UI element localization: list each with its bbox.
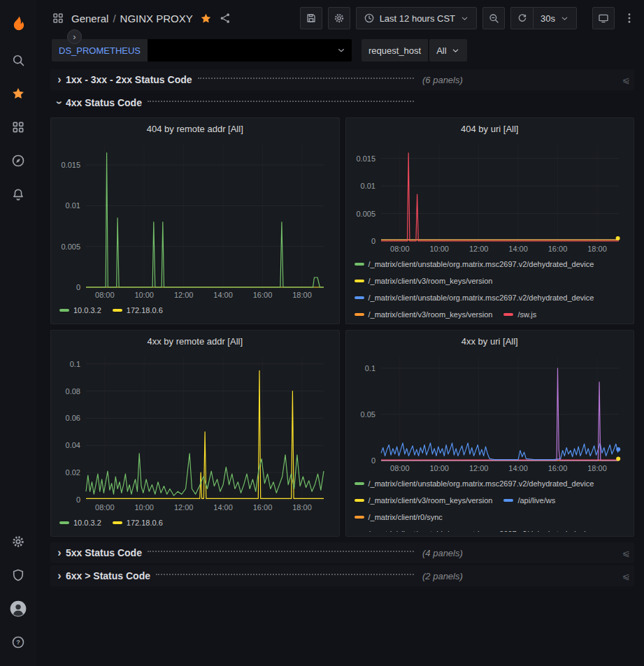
- panel-title[interactable]: 4xx by uri [All]: [352, 333, 629, 350]
- row-title[interactable]: 4xx Status Code: [66, 97, 142, 108]
- explore-compass-icon[interactable]: [3, 147, 34, 175]
- legend-item[interactable]: 172.18.0.6: [113, 515, 163, 530]
- star-icon[interactable]: [200, 13, 212, 24]
- svg-text:08:00: 08:00: [390, 245, 410, 253]
- svg-text:0.015: 0.015: [356, 154, 375, 163]
- legend-item[interactable]: /sw.js: [503, 307, 536, 319]
- profile-avatar[interactable]: [3, 595, 34, 623]
- datasource-variable-label[interactable]: DS_PROMETHEUS: [52, 39, 148, 61]
- time-series-chart[interactable]: 00.020.040.060.080.108:0010:0012:0014:00…: [57, 350, 334, 514]
- starred-dashboards-icon[interactable]: [3, 80, 34, 108]
- chevron-right-icon: ›: [53, 570, 66, 582]
- legend-item[interactable]: 10.0.3.2: [59, 303, 101, 318]
- legend-swatch: [113, 521, 122, 524]
- row-6xx[interactable]: › 6xx > Status Code (2 panels) ⩿: [50, 565, 634, 586]
- refresh-group: 30s: [510, 7, 577, 29]
- svg-text:0: 0: [76, 495, 80, 504]
- panel-title[interactable]: 404 by remote addr [All]: [57, 121, 334, 138]
- svg-text:0.1: 0.1: [70, 360, 80, 368]
- row-title[interactable]: 5xx Status Code: [66, 547, 142, 558]
- time-series-chart[interactable]: 00.0050.010.01508:0010:0012:0014:0016:00…: [57, 138, 334, 301]
- search-icon[interactable]: [3, 46, 34, 74]
- svg-text:18:00: 18:00: [587, 464, 607, 472]
- time-series-chart[interactable]: 00.050.108:0010:0012:0014:0016:0018:00: [352, 350, 629, 475]
- legend-swatch: [59, 309, 69, 312]
- dashboards-icon[interactable]: [3, 113, 34, 141]
- panel-legend: /_matrix/client/unstable/org.matrix.msc2…: [352, 475, 629, 532]
- legend-item[interactable]: /_matrix/client/unstable/org.matrix.msc2…: [355, 526, 594, 532]
- svg-text:14:00: 14:00: [213, 503, 233, 512]
- legend-swatch: [113, 309, 122, 312]
- legend-item[interactable]: /_matrix/client/r0/sync: [355, 509, 443, 525]
- row-1xx-3xx-2xx[interactable]: › 1xx - 3xx - 2xx Status Code (6 panels)…: [50, 69, 634, 90]
- gear-icon: [334, 13, 345, 24]
- time-series-chart[interactable]: 00.0050.010.01508:0010:0012:0014:0016:00…: [352, 138, 629, 255]
- row-5xx[interactable]: › 5xx Status Code (4 panels) ⩿: [50, 542, 634, 563]
- refresh-button[interactable]: [510, 7, 533, 29]
- dashboard-title[interactable]: NGINX PROXY: [120, 13, 193, 24]
- dashboard-settings-button[interactable]: [328, 7, 350, 29]
- legend-swatch: [503, 313, 513, 316]
- save-dashboard-button[interactable]: [300, 7, 322, 29]
- configuration-gear-icon[interactable]: [3, 528, 34, 556]
- legend-item[interactable]: /_matrix/client/unstable/org.matrix.msc2…: [355, 256, 594, 272]
- legend-swatch: [355, 313, 364, 316]
- chevron-down-icon: [460, 14, 469, 23]
- kebab-menu-icon[interactable]: [623, 12, 636, 24]
- legend-item[interactable]: /_matrix/client/v3/room_keys/version: [355, 273, 493, 289]
- breadcrumb-folder[interactable]: General: [71, 13, 108, 24]
- breadcrumb: General / NGINX PROXY: [71, 13, 193, 24]
- panel-legend: 10.0.3.2172.18.0.6: [57, 301, 334, 319]
- legend-swatch: [355, 499, 364, 502]
- refresh-interval-dropdown[interactable]: 30s: [533, 7, 577, 29]
- server-admin-shield-icon[interactable]: [3, 561, 34, 589]
- grafana-logo-icon[interactable]: [3, 8, 34, 36]
- legend-item[interactable]: /api/live/ws: [503, 493, 555, 508]
- row-4xx[interactable]: › 4xx Status Code: [50, 92, 634, 113]
- row-panel-count: (6 panels): [422, 75, 463, 85]
- panel-4xx-by-remote-addr: 4xx by remote addr [All] 00.020.040.060.…: [50, 330, 340, 537]
- legend-item[interactable]: 172.18.0.6: [113, 303, 163, 318]
- row-title[interactable]: 6xx > Status Code: [66, 570, 150, 581]
- svg-text:18:00: 18:00: [292, 503, 312, 512]
- dotted-leader: [148, 101, 414, 102]
- help-icon[interactable]: ?: [3, 628, 34, 656]
- svg-text:0: 0: [371, 456, 375, 465]
- legend-item[interactable]: /_matrix/client/unstable/org.matrix.msc2…: [355, 476, 594, 491]
- svg-text:?: ?: [16, 639, 20, 646]
- row-title[interactable]: 1xx - 3xx - 2xx Status Code: [66, 74, 192, 85]
- drag-handle-icon[interactable]: ⩿: [622, 571, 631, 581]
- drag-handle-icon[interactable]: ⩿: [622, 548, 631, 558]
- svg-text:08:00: 08:00: [390, 464, 410, 472]
- dotted-leader: [156, 574, 414, 575]
- svg-text:10:00: 10:00: [134, 503, 154, 512]
- zoom-out-button[interactable]: [482, 7, 505, 29]
- panel-title[interactable]: 4xx by remote addr [All]: [57, 333, 334, 350]
- legend-item[interactable]: /_matrix/client/v3/room_keys/version: [355, 493, 493, 508]
- legend-item[interactable]: /_matrix/client/v3/room_keys/version: [355, 307, 493, 319]
- panel-title[interactable]: 404 by uri [All]: [352, 121, 629, 138]
- tv-mode-button[interactable]: [592, 7, 615, 29]
- datasource-variable-select[interactable]: [148, 39, 352, 61]
- dashboard-canvas: › 1xx - 3xx - 2xx Status Code (6 panels)…: [36, 64, 644, 666]
- share-icon[interactable]: [219, 12, 231, 24]
- legend-item[interactable]: 10.0.3.2: [59, 515, 101, 530]
- row-panel-count: (2 panels): [422, 571, 463, 581]
- request-host-variable-label[interactable]: request_host: [362, 39, 428, 61]
- legend-item[interactable]: /_matrix/client/unstable/org.matrix.msc2…: [355, 290, 594, 305]
- panel-legend: 10.0.3.2172.18.0.6: [57, 514, 334, 532]
- refresh-interval-label: 30s: [541, 13, 555, 24]
- chevron-down-icon: ›: [53, 96, 66, 109]
- drag-handle-icon[interactable]: ⩿: [622, 75, 631, 85]
- time-range-picker[interactable]: Last 12 hours CST: [356, 7, 477, 29]
- dashboard-grid-icon[interactable]: [52, 12, 64, 24]
- svg-text:0.08: 0.08: [66, 387, 80, 396]
- alerting-bell-icon[interactable]: [3, 180, 34, 208]
- request-host-variable: request_host All: [362, 39, 467, 61]
- clock-icon: [364, 13, 375, 24]
- chevron-down-icon: [336, 45, 346, 55]
- dotted-leader: [198, 78, 414, 79]
- sidebar-expand-button[interactable]: ›: [67, 29, 82, 44]
- svg-text:0.01: 0.01: [360, 182, 375, 190]
- request-host-variable-select[interactable]: All: [429, 39, 466, 61]
